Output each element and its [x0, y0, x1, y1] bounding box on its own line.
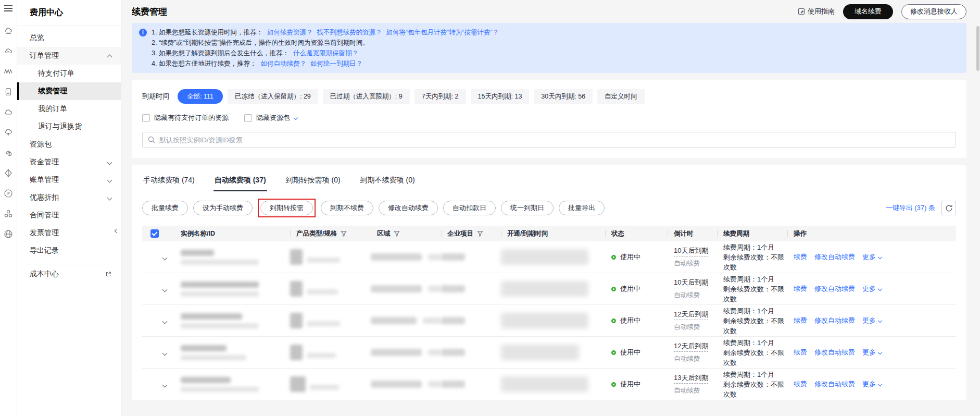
- search-input[interactable]: [159, 136, 950, 144]
- batch-export-button[interactable]: 批量导出: [559, 201, 605, 215]
- more-actions-link[interactable]: 更多: [862, 284, 882, 293]
- filter-funnel-icon[interactable]: [394, 230, 400, 237]
- sidebar-item-unsubscribe[interactable]: 退订与退换货: [17, 118, 121, 136]
- cloud-card-icon[interactable]: [4, 46, 13, 56]
- link-grace-retention-period[interactable]: 什么是宽限期保留期？: [293, 50, 358, 57]
- cluster-icon[interactable]: [4, 209, 13, 218]
- status-green-dot: [611, 319, 616, 323]
- chevron-down-icon[interactable]: [294, 116, 298, 120]
- modify-auto-renew-link[interactable]: 修改自动续费: [814, 348, 855, 357]
- globe-icon[interactable]: [4, 229, 13, 239]
- modify-auto-renew-button[interactable]: 修改自动续费: [379, 201, 438, 215]
- ip-address-icon[interactable]: IP: [4, 189, 13, 198]
- redacted-region: [371, 317, 441, 324]
- guide-doc-icon: [798, 8, 805, 15]
- tab-expire-to-ondemand[interactable]: 到期转按需项 (0): [285, 172, 342, 191]
- renew-mode-text: 自动续费: [674, 291, 717, 300]
- remaining-renew-count-text: 剩余续费次数：不限次数: [723, 380, 787, 399]
- table-row: 使用中 13天后到期自动续费 续费周期：1个月剩余续费次数：不限次数 续费修改自…: [142, 369, 956, 400]
- select-all-checkbox[interactable]: [150, 229, 159, 238]
- refresh-button[interactable]: [941, 201, 956, 215]
- tab-auto-renewals[interactable]: 自动续费项 (37): [213, 172, 267, 191]
- column-status: 状态: [611, 229, 624, 238]
- filter-funnel-icon[interactable]: [341, 230, 347, 237]
- cloud-upload-icon[interactable]: [4, 128, 13, 137]
- auto-deduction-date-button[interactable]: 自动扣款日: [443, 201, 496, 215]
- modify-auto-renew-link[interactable]: 修改自动续费: [814, 284, 855, 293]
- tab-bar: 手动续费项 (74) 自动续费项 (37) 到期转按需项 (0) 到期不续费项 …: [142, 172, 956, 191]
- sidebar-item-contract-management[interactable]: 合同管理: [17, 206, 121, 224]
- more-actions-link[interactable]: 更多: [862, 380, 882, 389]
- device-cloud-icon[interactable]: [4, 87, 13, 96]
- expand-row-chevron-icon[interactable]: [162, 255, 168, 260]
- sidebar-item-overview[interactable]: 总览: [17, 29, 121, 47]
- unified-expiry-date-button[interactable]: 统一到期日: [501, 201, 554, 215]
- filter-30-days[interactable]: 30天内到期: 56: [534, 89, 593, 104]
- expand-row-chevron-icon[interactable]: [162, 287, 168, 292]
- status-green-dot: [611, 350, 616, 355]
- sidebar-item-bill-management[interactable]: 账单管理: [17, 171, 121, 189]
- sidebar-item-resource-packages[interactable]: 资源包: [17, 136, 121, 153]
- modify-auto-renew-link[interactable]: 修改自动续费: [814, 380, 855, 389]
- hamburger-menu-icon[interactable]: [4, 5, 13, 12]
- filter-7-days[interactable]: 7天内到期: 2: [414, 89, 466, 104]
- more-actions-link[interactable]: 更多: [862, 348, 882, 357]
- link-auto-renew[interactable]: 如何自动续费？: [260, 60, 306, 67]
- tab-manual-renewals[interactable]: 手动续费项 (74): [142, 172, 196, 191]
- batch-renew-button[interactable]: 批量续费: [142, 201, 188, 215]
- renew-link[interactable]: 续费: [794, 284, 807, 293]
- waves-icon[interactable]: [4, 67, 13, 76]
- page-scrollbar-thumb[interactable]: [976, 26, 979, 71]
- link-how-to-renew[interactable]: 如何续费资源？: [267, 29, 313, 36]
- expand-row-chevron-icon[interactable]: [162, 382, 168, 387]
- sidebar-item-export-records[interactable]: 导出记录: [17, 242, 121, 260]
- expire-to-ondemand-button[interactable]: 到期转按需: [260, 201, 313, 215]
- domain-renew-button[interactable]: 域名续费: [843, 4, 893, 19]
- more-actions-link[interactable]: 更多: [862, 316, 882, 325]
- checkbox-unchecked[interactable]: [142, 114, 150, 122]
- link-yearly-to-ondemand[interactable]: 如何将“包年包月计费”转为“按需计费”？: [386, 29, 499, 36]
- hide-pending-order-checkbox[interactable]: 隐藏有待支付订单的资源: [142, 113, 229, 123]
- sidebar-item-pending-orders[interactable]: 待支付订单: [17, 65, 121, 82]
- renew-mode-text: 自动续费: [674, 386, 717, 395]
- expire-no-renew-button[interactable]: 到期不续费: [321, 201, 373, 215]
- hide-resource-package-checkbox[interactable]: 隐藏资源包: [244, 113, 297, 123]
- sidebar-item-discounts[interactable]: 优惠折扣: [17, 189, 121, 206]
- filter-custom-time[interactable]: 自定义时间: [597, 89, 645, 104]
- tab-expire-no-renewal[interactable]: 到期不续费项 (0): [359, 172, 416, 191]
- more-actions-link[interactable]: 更多: [862, 252, 882, 262]
- renew-link[interactable]: 续费: [794, 380, 807, 389]
- renew-link[interactable]: 续费: [794, 348, 807, 357]
- cloud-icon[interactable]: [4, 107, 13, 117]
- modify-auto-renew-link[interactable]: 修改自动续费: [814, 252, 855, 262]
- sidebar-item-my-orders[interactable]: 我的订单: [17, 100, 121, 118]
- sidebar-item-renewal-management[interactable]: 续费管理: [17, 82, 121, 100]
- expand-row-chevron-icon[interactable]: [162, 319, 168, 324]
- modify-message-receiver-button[interactable]: 修改消息接收人: [901, 4, 966, 19]
- search-box[interactable]: [142, 132, 956, 148]
- modify-auto-renew-link[interactable]: 修改自动续费: [814, 316, 855, 325]
- redacted-project: [441, 381, 501, 388]
- renew-link[interactable]: 续费: [794, 316, 807, 325]
- link-unified-expiry-date[interactable]: 如何统一到期日？: [310, 60, 362, 67]
- filter-frozen[interactable]: 已冻结（进入保留期）: 29: [228, 89, 318, 104]
- expand-row-chevron-icon[interactable]: [162, 350, 168, 356]
- sidebar-item-order-management[interactable]: 订单管理: [17, 47, 121, 65]
- renew-link[interactable]: 续费: [794, 252, 807, 262]
- cloud-server-icon[interactable]: [4, 26, 13, 35]
- cloud-clock-icon[interactable]: [4, 148, 13, 157]
- set-manual-renew-button[interactable]: 设为手动续费: [193, 201, 253, 215]
- sidebar-item-funds-management[interactable]: 资金管理: [17, 153, 121, 171]
- filter-all[interactable]: 全部: 111: [178, 89, 223, 104]
- redacted-instance-name: [181, 282, 290, 297]
- usage-guide-link[interactable]: 使用指南: [798, 7, 835, 16]
- sidebar-item-cost-center[interactable]: 成本中心: [17, 265, 121, 283]
- filter-funnel-icon[interactable]: [477, 230, 483, 237]
- filter-expired[interactable]: 已过期（进入宽限期）: 9: [323, 89, 410, 104]
- filter-15-days[interactable]: 15天内到期: 13: [471, 89, 530, 104]
- prism-icon[interactable]: [4, 168, 13, 178]
- sidebar-item-invoice-management[interactable]: 发票管理: [17, 224, 121, 242]
- checkbox-unchecked[interactable]: [244, 114, 252, 122]
- link-cannot-find-resource[interactable]: 找不到想续费的资源？: [317, 29, 382, 36]
- one-click-export-link[interactable]: 一键导出 (37) 条: [886, 203, 935, 213]
